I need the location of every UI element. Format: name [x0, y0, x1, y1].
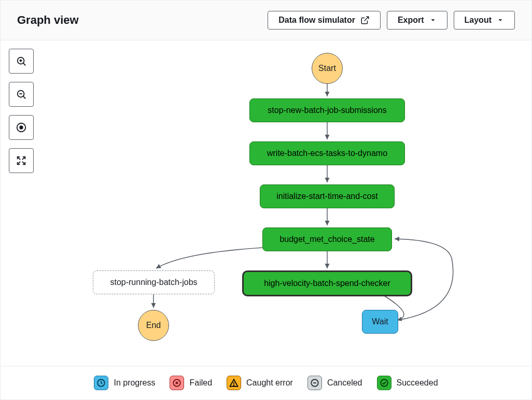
graph-canvas[interactable]: Start stop-new-batch-job-submissions wri…: [1, 40, 531, 366]
node-label: Start: [318, 64, 336, 73]
caught-error-icon: [227, 376, 241, 390]
legend-label: Caught error: [246, 378, 293, 388]
center-button[interactable]: [9, 115, 34, 140]
in-progress-icon: [94, 376, 108, 390]
layout-button[interactable]: Layout: [454, 11, 515, 30]
page-title: Graph view: [17, 13, 79, 27]
node-high-velocity-batch-spend-checker[interactable]: high-velocity-batch-spend-checker: [242, 270, 412, 296]
node-start[interactable]: Start: [312, 53, 343, 84]
node-label: Wait: [372, 317, 388, 326]
zoom-out-icon: [16, 89, 27, 100]
data-flow-simulator-label: Data flow simulator: [278, 16, 355, 25]
export-button[interactable]: Export: [387, 11, 447, 30]
center-icon: [16, 122, 27, 133]
header-bar: Graph view Data flow simulator Export La…: [1, 1, 531, 40]
svg-point-20: [233, 385, 234, 385]
failed-icon: [170, 376, 184, 390]
layout-label: Layout: [465, 16, 492, 25]
svg-line-3: [23, 63, 26, 66]
svg-point-8: [20, 126, 23, 129]
chevron-down-icon: [497, 17, 504, 24]
node-label: stop-running-batch-jobs: [110, 278, 197, 287]
node-label: budget_met_choice_state: [279, 235, 374, 244]
legend-bar: In progress Failed Caught error Canceled…: [1, 366, 531, 399]
legend-label: Canceled: [327, 378, 362, 388]
export-label: Export: [398, 16, 424, 25]
node-initialize-start-time-and-cost[interactable]: initialize-start-time-and-cost: [260, 184, 395, 208]
node-label: stop-new-batch-job-submissions: [268, 106, 386, 115]
node-write-batch-ecs-tasks-to-dynamo[interactable]: write-batch-ecs-tasks-to-dynamo: [249, 141, 405, 165]
zoom-out-button[interactable]: [9, 82, 34, 107]
legend-failed: Failed: [170, 376, 212, 390]
node-label: write-batch-ecs-tasks-to-dynamo: [267, 149, 387, 158]
chevron-down-icon: [429, 17, 437, 24]
zoom-in-icon: [16, 55, 27, 67]
node-end[interactable]: End: [138, 310, 169, 341]
node-label: End: [146, 321, 161, 330]
data-flow-simulator-button[interactable]: Data flow simulator: [268, 11, 381, 30]
legend-label: Succeeded: [397, 378, 438, 388]
legend-in-progress: In progress: [94, 376, 155, 390]
node-wait[interactable]: Wait: [362, 310, 398, 334]
legend-canceled: Canceled: [307, 376, 362, 390]
legend-label: Failed: [189, 378, 212, 388]
node-label: high-velocity-batch-spend-checker: [264, 279, 390, 288]
legend-label: In progress: [114, 378, 155, 388]
succeeded-icon: [377, 376, 391, 390]
canceled-icon: [307, 376, 322, 390]
node-stop-new-batch-job-submissions[interactable]: stop-new-batch-job-submissions: [249, 98, 405, 122]
fullscreen-button[interactable]: [9, 148, 34, 173]
node-label: initialize-start-time-and-cost: [276, 192, 378, 201]
node-budget-met-choice-state[interactable]: budget_met_choice_state: [262, 227, 392, 251]
external-link-icon: [360, 16, 370, 25]
legend-succeeded: Succeeded: [377, 376, 438, 390]
expand-icon: [16, 155, 27, 166]
svg-line-6: [23, 96, 26, 99]
zoom-in-button[interactable]: [9, 49, 34, 74]
node-stop-running-batch-jobs[interactable]: stop-running-batch-jobs: [93, 270, 215, 294]
legend-caught-error: Caught error: [227, 376, 293, 390]
